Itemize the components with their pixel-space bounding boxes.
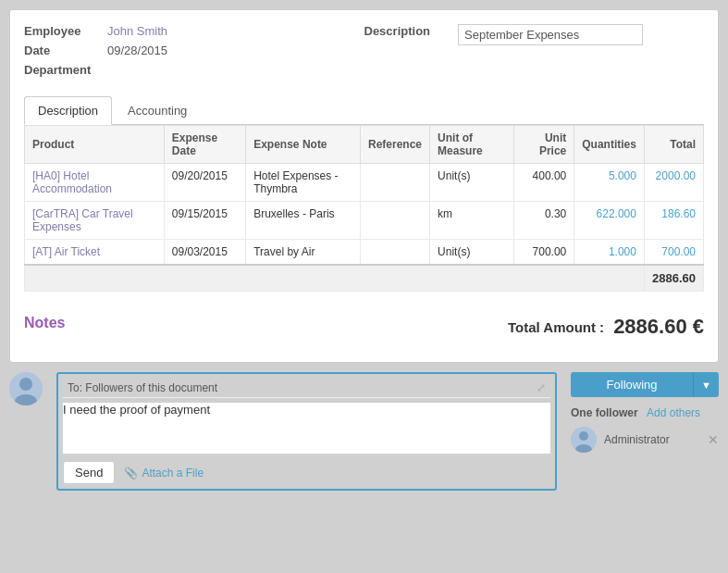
user-avatar <box>9 372 43 405</box>
following-button[interactable]: Following <box>571 372 693 397</box>
follower-avatar <box>571 427 597 453</box>
svg-point-1 <box>19 378 32 391</box>
table-row: [HA0] Hotel Accommodation 09/20/2015 Hot… <box>25 164 704 202</box>
col-quantities: Quantities <box>574 126 645 164</box>
cell-reference <box>361 202 430 240</box>
cell-product[interactable]: [AT] Air Ticket <box>25 240 165 266</box>
message-compose-area: To: Followers of this document ⤢ Send 📎 … <box>56 372 557 491</box>
table-row: [AT] Air Ticket 09/03/2015 Travel by Air… <box>25 240 704 266</box>
expense-table: Product Expense Date Expense Note Refere… <box>24 125 704 292</box>
add-others-link[interactable]: Add others <box>647 406 700 419</box>
notes-label: Notes <box>24 315 65 331</box>
attach-file-link[interactable]: 📎 Attach a File <box>124 467 204 480</box>
cell-total: 700.00 <box>644 240 703 266</box>
cell-total: 2000.00 <box>644 164 703 202</box>
cell-reference <box>361 164 430 202</box>
cell-unit-price: 700.00 <box>513 240 574 266</box>
following-dropdown-button[interactable]: ▼ <box>693 372 719 397</box>
cell-unit-price: 400.00 <box>513 164 574 202</box>
employee-value[interactable]: John Smith <box>107 24 167 38</box>
following-section: Following ▼ One follower Add others Admi… <box>571 372 719 453</box>
followers-count: One follower <box>571 406 638 419</box>
cell-unit-of-measure: Unit(s) <box>430 164 514 202</box>
total-amount-label: Total Amount : <box>508 319 604 335</box>
followers-info: One follower Add others <box>571 406 719 419</box>
paperclip-icon: 📎 <box>124 467 138 480</box>
message-to-label: To: Followers of this document <box>68 381 217 394</box>
col-reference: Reference <box>361 126 430 164</box>
description-label: Description <box>364 24 431 38</box>
cell-quantities: 5.000 <box>574 164 645 202</box>
cell-expense-note: Travel by Air <box>246 240 361 266</box>
department-label: Department <box>24 63 107 77</box>
col-unit-of-measure: Unit of Measure <box>430 126 514 164</box>
subtotal-spacer <box>25 265 645 292</box>
cell-product[interactable]: [HA0] Hotel Accommodation <box>25 164 165 202</box>
cell-product[interactable]: [CarTRA] Car Travel Expenses <box>25 202 165 240</box>
cell-expense-date: 09/15/2015 <box>164 202 245 240</box>
col-expense-note: Expense Note <box>246 126 361 164</box>
cell-expense-note: Hotel Expenses - Thymbra <box>246 164 361 202</box>
tab-description[interactable]: Description <box>24 96 112 125</box>
cell-reference <box>361 240 430 266</box>
col-product: Product <box>25 126 165 164</box>
cell-unit-price: 0.30 <box>513 202 574 240</box>
tab-bar: Description Accounting <box>24 96 704 125</box>
cell-unit-of-measure: Unit(s) <box>430 240 514 266</box>
employee-label: Employee <box>24 24 107 38</box>
total-amount-value: 2886.60 € <box>613 315 704 339</box>
send-button[interactable]: Send <box>63 461 115 484</box>
cell-quantities: 1.000 <box>574 240 645 266</box>
cell-expense-note: Bruxelles - Paris <box>246 202 361 240</box>
expand-icon[interactable]: ⤢ <box>537 381 546 394</box>
col-expense-date: Expense Date <box>164 126 245 164</box>
follower-name: Administrator <box>604 433 670 446</box>
cell-unit-of-measure: km <box>430 202 514 240</box>
tab-accounting[interactable]: Accounting <box>114 96 201 124</box>
date-label: Date <box>24 44 107 57</box>
message-input[interactable] <box>63 403 550 454</box>
description-value[interactable]: September Expenses <box>458 24 643 45</box>
col-unit-price: Unit Price <box>513 126 574 164</box>
cell-expense-date: 09/03/2015 <box>164 240 245 266</box>
remove-follower-button[interactable]: ✕ <box>708 432 719 447</box>
follower-row: Administrator ✕ <box>571 427 719 453</box>
table-row: [CarTRA] Car Travel Expenses 09/15/2015 … <box>25 202 704 240</box>
date-value: 09/28/2015 <box>107 44 167 57</box>
subtotal-value: 2886.60 <box>644 265 703 292</box>
cell-quantities: 622.000 <box>574 202 645 240</box>
svg-point-4 <box>579 431 588 441</box>
cell-total: 186.60 <box>644 202 703 240</box>
cell-expense-date: 09/20/2015 <box>164 164 245 202</box>
col-total: Total <box>644 126 703 164</box>
